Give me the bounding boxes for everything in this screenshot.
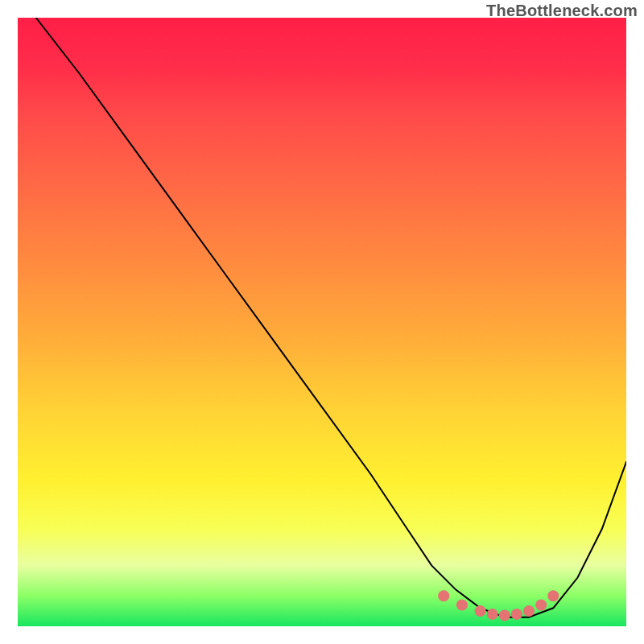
highlight-dot <box>547 590 559 601</box>
watermark-text: TheBottleneck.com <box>486 2 638 20</box>
plot-area <box>18 18 626 626</box>
bottleneck-curve <box>36 18 626 617</box>
highlight-dot <box>487 609 498 620</box>
highlight-dot <box>523 605 535 617</box>
highlight-dot <box>438 590 449 601</box>
optimal-range-dots <box>438 590 559 621</box>
highlight-dot <box>535 600 547 611</box>
chart-svg <box>18 18 626 626</box>
highlight-dot <box>456 600 468 611</box>
highlight-dot <box>475 605 486 617</box>
highlight-dot <box>511 609 522 620</box>
highlight-dot <box>499 609 510 621</box>
chart-container: TheBottleneck.com <box>0 0 644 644</box>
